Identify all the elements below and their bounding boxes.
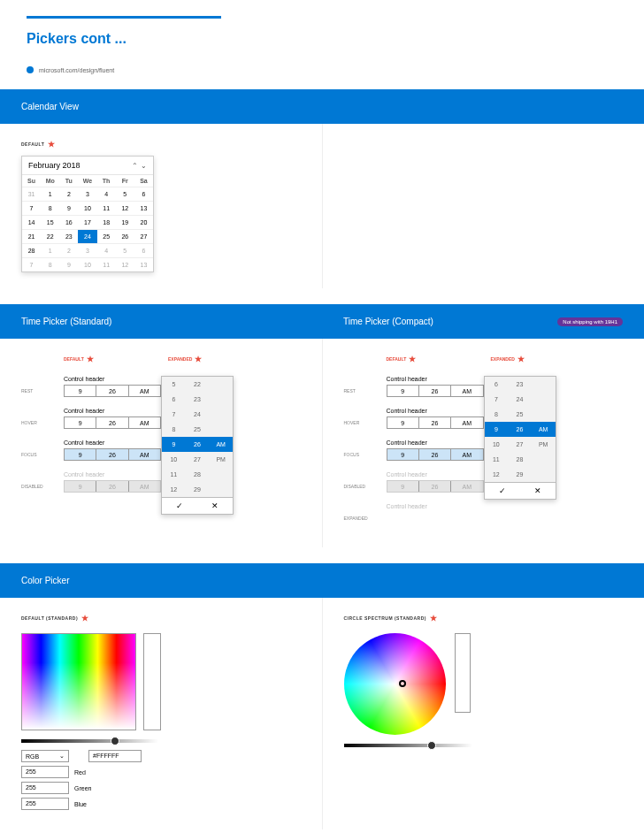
calendar-dow: Th bbox=[97, 175, 116, 187]
variant-label-default-standard: DEFAULT (STANDARD)★ bbox=[21, 614, 301, 623]
time-popup-row[interactable]: 623 bbox=[162, 392, 233, 407]
calendar-grid: SuMoTuWeThFrSa31123456789101112131415161… bbox=[22, 175, 153, 271]
color-mode-select[interactable]: RGB⌄ bbox=[21, 750, 69, 762]
calendar-day[interactable]: 8 bbox=[41, 201, 59, 215]
calendar-day[interactable]: 8 bbox=[41, 257, 59, 271]
channel-input[interactable]: 255 bbox=[21, 782, 69, 794]
time-picker-field[interactable]: 926AM bbox=[387, 448, 484, 461]
section-time-standard: Time Picker (Standard) bbox=[0, 304, 322, 339]
time-popup-row[interactable]: 1027PM bbox=[162, 452, 233, 467]
calendar-day[interactable]: 10 bbox=[78, 201, 96, 215]
calendar-day[interactable]: 12 bbox=[116, 201, 134, 215]
slider-thumb[interactable] bbox=[111, 737, 119, 745]
section-calendar-view: Calendar View bbox=[0, 89, 644, 124]
calendar-day[interactable]: 17 bbox=[78, 215, 96, 229]
chevron-up-icon[interactable]: ⌃ bbox=[132, 162, 138, 170]
calendar-day[interactable]: 9 bbox=[59, 201, 78, 215]
time-popup-row[interactable]: 1027PM bbox=[485, 437, 556, 452]
calendar-day[interactable]: 27 bbox=[134, 229, 153, 243]
calendar-dow: Su bbox=[22, 175, 41, 187]
calendar-month[interactable]: February 2018 bbox=[28, 161, 80, 170]
time-popup-row[interactable]: 1229 bbox=[162, 482, 233, 497]
channel-input[interactable]: 255 bbox=[21, 766, 69, 778]
accept-button[interactable]: ✓ bbox=[162, 498, 197, 514]
time-picker-popup[interactable]: 623724825926AM1027PM11281229✓✕ bbox=[484, 376, 556, 500]
calendar-day[interactable]: 10 bbox=[78, 257, 96, 271]
calendar-day[interactable]: 7 bbox=[22, 201, 41, 215]
calendar-day[interactable]: 6 bbox=[134, 243, 153, 257]
time-popup-row[interactable]: 1128 bbox=[485, 452, 556, 467]
time-picker-field[interactable]: 926AM bbox=[387, 416, 484, 429]
calendar-day[interactable]: 5 bbox=[116, 187, 134, 201]
time-popup-row[interactable]: 1128 bbox=[162, 467, 233, 482]
time-picker-popup[interactable]: 522623724825926AM1027PM11281229✓✕ bbox=[161, 376, 234, 515]
star-icon: ★ bbox=[48, 140, 56, 149]
calendar-day[interactable]: 13 bbox=[134, 257, 153, 271]
hex-input[interactable]: #FFFFFF bbox=[88, 750, 142, 762]
calendar-day[interactable]: 7 bbox=[22, 257, 41, 271]
calendar-day[interactable]: 11 bbox=[97, 201, 116, 215]
time-popup-row[interactable]: 623 bbox=[485, 377, 556, 392]
calendar-day[interactable]: 5 bbox=[116, 243, 134, 257]
calendar-day[interactable]: 24 bbox=[78, 229, 96, 243]
calendar-widget[interactable]: February 2018 ⌃ ⌄ SuMoTuWeThFrSa31123456… bbox=[21, 156, 154, 272]
calendar-day[interactable]: 2 bbox=[59, 243, 78, 257]
time-popup-row[interactable]: 825 bbox=[162, 422, 233, 437]
calendar-dow: Tu bbox=[59, 175, 78, 187]
value-slider[interactable] bbox=[21, 739, 158, 743]
time-picker-field[interactable]: 926AM bbox=[64, 448, 161, 461]
time-popup-row[interactable]: 522 bbox=[162, 377, 233, 392]
calendar-day[interactable]: 22 bbox=[41, 229, 59, 243]
time-popup-row[interactable]: 1229 bbox=[485, 467, 556, 482]
calendar-day[interactable]: 1 bbox=[41, 187, 59, 201]
slider-thumb[interactable] bbox=[427, 741, 436, 750]
calendar-day[interactable]: 28 bbox=[22, 243, 41, 257]
time-picker-field[interactable]: 926AM bbox=[64, 385, 161, 397]
calendar-day[interactable]: 4 bbox=[97, 187, 116, 201]
calendar-day[interactable]: 13 bbox=[134, 201, 153, 215]
time-popup-row[interactable]: 724 bbox=[162, 407, 233, 422]
time-popup-row[interactable]: 724 bbox=[485, 392, 556, 407]
variant-label-circle: CIRCLE SPECTRUM (STANDARD)★ bbox=[344, 614, 624, 623]
calendar-day[interactable]: 26 bbox=[116, 229, 134, 243]
cancel-button[interactable]: ✕ bbox=[197, 498, 233, 514]
value-slider[interactable] bbox=[344, 744, 472, 747]
time-picker-header: Control header bbox=[64, 376, 161, 382]
color-wheel-indicator[interactable] bbox=[399, 680, 406, 687]
calendar-day[interactable]: 11 bbox=[97, 257, 116, 271]
calendar-day[interactable]: 12 bbox=[116, 257, 134, 271]
accept-button[interactable]: ✓ bbox=[485, 483, 520, 499]
calendar-day[interactable]: 1 bbox=[41, 243, 59, 257]
chevron-down-icon[interactable]: ⌄ bbox=[141, 162, 147, 170]
calendar-day[interactable]: 6 bbox=[134, 187, 153, 201]
calendar-day[interactable]: 14 bbox=[22, 215, 41, 229]
time-popup-row[interactable]: 926AM bbox=[485, 422, 556, 437]
calendar-day[interactable]: 4 bbox=[97, 243, 116, 257]
color-spectrum[interactable] bbox=[21, 633, 136, 730]
calendar-day[interactable]: 19 bbox=[116, 215, 134, 229]
calendar-day[interactable]: 16 bbox=[59, 215, 78, 229]
calendar-day[interactable]: 9 bbox=[59, 257, 78, 271]
calendar-day[interactable]: 15 bbox=[41, 215, 59, 229]
calendar-day[interactable]: 21 bbox=[22, 229, 41, 243]
time-picker-field[interactable]: 926AM bbox=[387, 385, 484, 397]
channel-input[interactable]: 255 bbox=[21, 798, 69, 810]
time-picker-field[interactable]: 926AM bbox=[64, 416, 161, 429]
time-picker-field: 926AM bbox=[387, 480, 484, 493]
calendar-day[interactable]: 18 bbox=[97, 215, 116, 229]
source-link[interactable]: microsoft.com/design/fluent bbox=[27, 66, 644, 73]
calendar-day[interactable]: 3 bbox=[78, 187, 96, 201]
calendar-day[interactable]: 20 bbox=[134, 215, 153, 229]
calendar-dow: Fr bbox=[116, 175, 134, 187]
time-popup-row[interactable]: 825 bbox=[485, 407, 556, 422]
time-popup-row[interactable]: 926AM bbox=[162, 437, 233, 452]
calendar-day[interactable]: 25 bbox=[97, 229, 116, 243]
calendar-day[interactable]: 23 bbox=[59, 229, 78, 243]
calendar-day[interactable]: 31 bbox=[22, 187, 41, 201]
cancel-button[interactable]: ✕ bbox=[520, 483, 556, 499]
calendar-day[interactable]: 3 bbox=[78, 243, 96, 257]
color-wheel[interactable] bbox=[344, 633, 446, 735]
channel-label: Green bbox=[74, 785, 91, 791]
calendar-day[interactable]: 2 bbox=[59, 187, 78, 201]
state-label: DISABLED bbox=[21, 471, 64, 489]
